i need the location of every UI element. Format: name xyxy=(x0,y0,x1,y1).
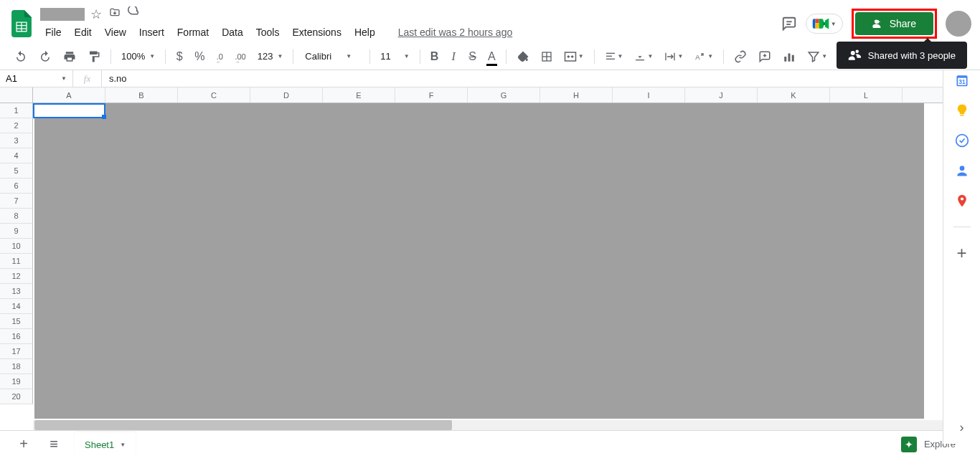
percent-button[interactable]: % xyxy=(190,47,209,66)
comment-button[interactable] xyxy=(754,47,776,66)
increase-decimal-button[interactable]: .00→ xyxy=(230,47,250,66)
menu-format[interactable]: Format xyxy=(172,24,214,41)
menu-extensions[interactable]: Extensions xyxy=(287,24,346,41)
formula-input[interactable]: s.no xyxy=(102,73,980,84)
currency-button[interactable]: $ xyxy=(171,47,187,66)
row-header[interactable]: 6 xyxy=(0,179,33,194)
calendar-icon[interactable]: 31 xyxy=(955,73,969,87)
rotate-button[interactable]: A▼ xyxy=(690,47,717,66)
menu-view[interactable]: View xyxy=(100,24,131,41)
add-icon[interactable]: + xyxy=(955,246,969,260)
row-header[interactable]: 20 xyxy=(0,389,33,404)
more-formats-button[interactable]: 123▼ xyxy=(253,49,288,63)
paint-format-button[interactable] xyxy=(83,47,105,66)
filter-button[interactable]: ▼ xyxy=(803,47,831,66)
cloud-icon[interactable] xyxy=(128,6,141,22)
row-header[interactable]: 14 xyxy=(0,299,33,314)
doc-title-redacted[interactable] xyxy=(40,8,85,21)
fx-icon: fx xyxy=(73,70,102,87)
menu-insert[interactable]: Insert xyxy=(134,24,169,41)
col-header-d[interactable]: D xyxy=(250,87,323,103)
last-edit-link[interactable]: Last edit was 2 hours ago xyxy=(393,24,518,41)
row-header[interactable]: 8 xyxy=(0,209,33,224)
col-header-f[interactable]: F xyxy=(395,87,468,103)
horizontal-scrollbar[interactable] xyxy=(33,420,970,430)
col-header-k[interactable]: K xyxy=(758,87,830,103)
row-header[interactable]: 5 xyxy=(0,163,33,179)
row-header[interactable]: 2 xyxy=(0,118,33,133)
col-header-b[interactable]: B xyxy=(105,87,178,103)
svg-marker-9 xyxy=(825,19,829,29)
row-header[interactable]: 15 xyxy=(0,314,33,329)
share-button[interactable]: Share xyxy=(855,12,933,35)
col-header-j[interactable]: J xyxy=(685,87,758,103)
svg-rect-1 xyxy=(17,23,22,25)
row-header[interactable]: 18 xyxy=(0,359,33,374)
comments-icon[interactable] xyxy=(781,16,797,32)
font-selector[interactable]: Calibri▼ xyxy=(299,49,364,63)
sheet-tab-active[interactable]: Sheet1 ▼ xyxy=(75,432,136,456)
sheets-logo[interactable] xyxy=(9,11,34,37)
select-all-corner[interactable] xyxy=(0,87,33,103)
col-header-h[interactable]: H xyxy=(540,87,613,103)
h-align-button[interactable]: ▼ xyxy=(600,47,628,66)
row-header[interactable]: 17 xyxy=(0,344,33,359)
decrease-decimal-button[interactable]: .0← xyxy=(212,47,227,66)
zoom-selector[interactable]: 100%▼ xyxy=(117,49,159,63)
row-header[interactable]: 10 xyxy=(0,239,33,254)
v-align-button[interactable]: ▼ xyxy=(630,47,657,66)
move-icon[interactable] xyxy=(109,6,121,22)
row-header[interactable]: 9 xyxy=(0,224,33,239)
maps-icon[interactable] xyxy=(955,194,969,208)
name-box[interactable]: A1▼ xyxy=(0,70,73,87)
font-size-selector[interactable]: 11▼ xyxy=(376,49,413,63)
row-header[interactable]: 1 xyxy=(0,103,33,118)
col-header-e[interactable]: E xyxy=(323,87,395,103)
menu-data[interactable]: Data xyxy=(217,24,248,41)
row-header[interactable]: 13 xyxy=(0,284,33,299)
row-header[interactable]: 16 xyxy=(0,329,33,344)
col-header-l[interactable]: L xyxy=(830,87,903,103)
collapse-panel-icon[interactable]: › xyxy=(960,420,964,435)
merge-button[interactable]: ▼ xyxy=(560,47,588,66)
link-button[interactable] xyxy=(730,47,751,66)
text-color-button[interactable]: A xyxy=(484,47,500,66)
strikethrough-button[interactable]: S xyxy=(464,47,481,66)
col-header-a[interactable]: A xyxy=(33,87,105,103)
active-cell-a1[interactable] xyxy=(33,103,105,118)
share-tooltip: Shared with 3 people xyxy=(837,42,967,69)
print-button[interactable] xyxy=(59,47,80,66)
menu-help[interactable]: Help xyxy=(349,24,380,41)
row-header[interactable]: 3 xyxy=(0,133,33,148)
chart-button[interactable] xyxy=(778,47,800,66)
row-header[interactable]: 4 xyxy=(0,148,33,163)
star-icon[interactable]: ☆ xyxy=(90,6,102,22)
add-sheet-button[interactable]: + xyxy=(14,435,33,454)
col-header-i[interactable]: I xyxy=(613,87,685,103)
all-sheets-button[interactable]: ≡ xyxy=(44,435,63,454)
col-header-c[interactable]: C xyxy=(178,87,250,103)
svg-point-11 xyxy=(851,51,855,55)
formula-bar: A1▼ fx s.no xyxy=(0,70,980,87)
borders-button[interactable] xyxy=(537,47,557,66)
italic-button[interactable]: I xyxy=(446,47,461,66)
keep-icon[interactable] xyxy=(955,103,969,118)
row-header[interactable]: 11 xyxy=(0,254,33,269)
row-header[interactable]: 12 xyxy=(0,269,33,284)
row-header[interactable]: 19 xyxy=(0,374,33,389)
col-header-g[interactable]: G xyxy=(468,87,540,103)
row-header[interactable]: 7 xyxy=(0,194,33,209)
meet-button[interactable]: ▼ xyxy=(806,14,843,34)
menu-tools[interactable]: Tools xyxy=(251,24,285,41)
svg-point-10 xyxy=(875,20,878,24)
fill-color-button[interactable] xyxy=(512,47,534,66)
undo-button[interactable] xyxy=(10,47,32,66)
menu-edit[interactable]: Edit xyxy=(70,24,97,41)
wrap-button[interactable]: ▼ xyxy=(660,47,687,66)
contacts-icon[interactable] xyxy=(955,163,969,178)
redo-button[interactable] xyxy=(34,47,56,66)
account-avatar[interactable] xyxy=(946,11,971,37)
tasks-icon[interactable] xyxy=(955,133,969,148)
bold-button[interactable]: B xyxy=(426,47,443,66)
menu-file[interactable]: File xyxy=(40,24,67,41)
